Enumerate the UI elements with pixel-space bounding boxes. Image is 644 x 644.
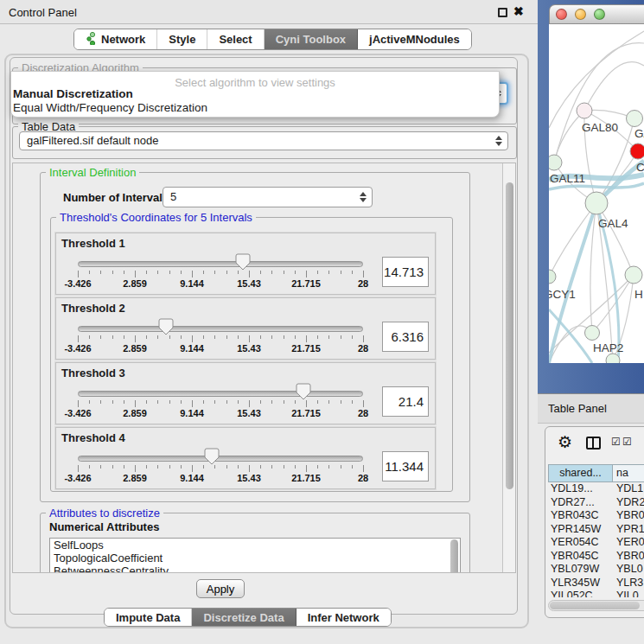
numerical-attributes-label: Numerical Attributes [49, 520, 159, 533]
tick-label: -3.426 [64, 408, 91, 418]
table-data-combobox[interactable]: galFiltered.sif default node [19, 131, 508, 150]
settings-scrollbar-thumb[interactable] [506, 182, 513, 489]
threshold-value-field[interactable]: 21.4 [382, 386, 429, 417]
network-node-ga[interactable] [627, 111, 643, 127]
network-node-gcy1[interactable] [549, 270, 556, 284]
num-intervals-combobox[interactable]: 5 [163, 187, 373, 207]
table-row[interactable]: YPR145WYPR1 [548, 523, 644, 537]
cell-shared-name: YPR145W [548, 523, 613, 537]
cell-shared-name: YIL052C [548, 590, 613, 597]
column-header-name[interactable]: na [613, 465, 644, 481]
slider-track[interactable] [78, 261, 363, 267]
dropdown-option-equal-width[interactable]: Equal Width/Frequency Discretization [11, 101, 499, 115]
cell-name: YBR0 [613, 550, 644, 564]
node-label: GA [634, 127, 644, 140]
tab-cyni-toolbox[interactable]: Cyni Toolbox [265, 29, 358, 49]
tab-discretize-data[interactable]: Discretize Data [192, 609, 296, 626]
threshold-value-field[interactable]: 11.344 [382, 451, 429, 481]
table-rows: YDL19...YDL1YDR27...YDR2YBR043CYBR0YPR14… [548, 482, 644, 597]
tab-select[interactable]: Select [207, 29, 264, 49]
tab-style[interactable]: Style [157, 29, 207, 49]
tick-label: 2.859 [123, 408, 147, 418]
attribute-list-scrollbar[interactable] [450, 539, 458, 573]
numerical-attributes-list[interactable]: SelfLoopsTopologicalCoefficientBetweenne… [49, 538, 461, 573]
node-label: GAL11 [550, 172, 585, 185]
cell-shared-name: YBR043C [548, 509, 613, 523]
table-horizontal-scrollbar[interactable] [548, 600, 644, 611]
threshold-value-field[interactable]: 6.316 [382, 322, 429, 352]
table-row[interactable]: YIL052CYIL0 [548, 590, 644, 597]
settings-vertical-scrollbar[interactable] [502, 163, 516, 573]
tab-label: jActiveMNodules [369, 33, 460, 46]
table-row[interactable]: YDR27...YDR2 [548, 496, 644, 510]
table-row[interactable]: YLR345WYLR3 [548, 577, 644, 590]
slider-ticks [78, 271, 363, 277]
slider-track[interactable] [78, 456, 363, 462]
table-row[interactable]: YBL079WYBL0 [548, 563, 644, 577]
column-header-shared-name[interactable]: shared... [549, 465, 613, 481]
zoom-traffic-light-icon[interactable] [594, 9, 605, 20]
network-node-gal11[interactable] [549, 155, 562, 170]
node-table: shared... na YDL19...YDL1YDR27...YDR2YBR… [548, 464, 644, 597]
minimize-traffic-light-icon[interactable] [575, 9, 586, 20]
float-window-icon[interactable] [498, 8, 507, 17]
slider-handle[interactable] [235, 253, 251, 271]
tab-impute-data[interactable]: Impute Data [105, 609, 192, 626]
tick-label: 2.859 [123, 473, 147, 483]
network-node-h[interactable] [625, 266, 642, 284]
close-traffic-light-icon[interactable] [556, 9, 567, 20]
slider-track[interactable] [78, 391, 363, 397]
table-hscrollbar-thumb[interactable] [550, 602, 640, 609]
node-label: GAL4 [598, 217, 628, 230]
threshold-label: Threshold 4 [61, 431, 125, 444]
apply-button[interactable]: Apply [196, 579, 245, 598]
cell-name: YPR1 [613, 523, 644, 537]
slider-track[interactable] [78, 326, 363, 332]
threshold-value-field[interactable]: 14.713 [382, 257, 429, 287]
columns-icon[interactable] [586, 437, 601, 450]
combo-spinner-icon [360, 190, 367, 204]
dropdown-option-manual[interactable]: Manual Discretization [11, 87, 499, 101]
tick-label: 21.715 [291, 473, 321, 483]
slider-handle[interactable] [158, 318, 174, 335]
gear-icon[interactable]: ⚙ [558, 432, 572, 452]
attribute-item[interactable]: TopologicalCoefficient [50, 552, 460, 564]
control-panel-titlebar: Control Panel ✖ [0, 0, 540, 24]
table-row[interactable]: YBR045CYBR0 [548, 550, 644, 564]
table-row[interactable]: YBR043CYBR0 [548, 509, 644, 523]
tick-label: 15.43 [237, 408, 261, 418]
tick-label: 2.859 [123, 343, 147, 354]
network-node-c[interactable] [630, 143, 644, 159]
node-label: HAP2 [593, 341, 623, 354]
tab-label: Impute Data [116, 611, 180, 624]
tab-infer-network[interactable]: Infer Network [296, 609, 391, 626]
tick-label: 9.144 [180, 278, 204, 289]
tab-label: Cyni Toolbox [276, 33, 346, 46]
panel-title: Control Panel [9, 6, 77, 19]
attribute-item[interactable]: SelfLoops [50, 539, 460, 552]
checkbox-icon[interactable]: ☑ [611, 436, 621, 448]
network-node-gal80[interactable] [577, 103, 592, 118]
network-canvas[interactable]: GAL80GACGAL11GAL4GCY1HHAP2 [549, 24, 644, 363]
cell-name: YLR3 [613, 577, 644, 590]
table-row[interactable]: YDL19...YDL1 [548, 482, 644, 496]
cell-name: YIL0 [613, 590, 644, 597]
network-node-gal4[interactable] [585, 192, 608, 214]
tab-network[interactable]: Network [74, 29, 157, 49]
bottom-tab-bar: Impute DataDiscretize DataInfer Network [104, 608, 392, 627]
node-label: C [636, 161, 644, 174]
table-row[interactable]: YER054CYER0 [548, 536, 644, 550]
network-icon [86, 32, 97, 48]
slider-handle[interactable] [296, 383, 311, 400]
attributes-groupbox: Attributes to discretize Numerical Attri… [40, 513, 470, 573]
tick-label: 28 [358, 408, 368, 418]
close-icon[interactable]: ✖ [513, 4, 524, 18]
cell-shared-name: YLR345W [548, 577, 613, 590]
network-node-hap2[interactable] [585, 326, 600, 341]
network-node[interactable] [606, 354, 620, 363]
table-panel-body: ⚙ ☑ ☑ shared... na YDL19...YDL1YDR27...Y… [545, 426, 644, 618]
attribute-item[interactable]: BetweennessCentrality [50, 564, 460, 573]
tab-jactivemnodules[interactable]: jActiveMNodules [358, 29, 471, 49]
slider-handle[interactable] [204, 448, 220, 465]
checkbox-icon[interactable]: ☑ [622, 436, 632, 448]
